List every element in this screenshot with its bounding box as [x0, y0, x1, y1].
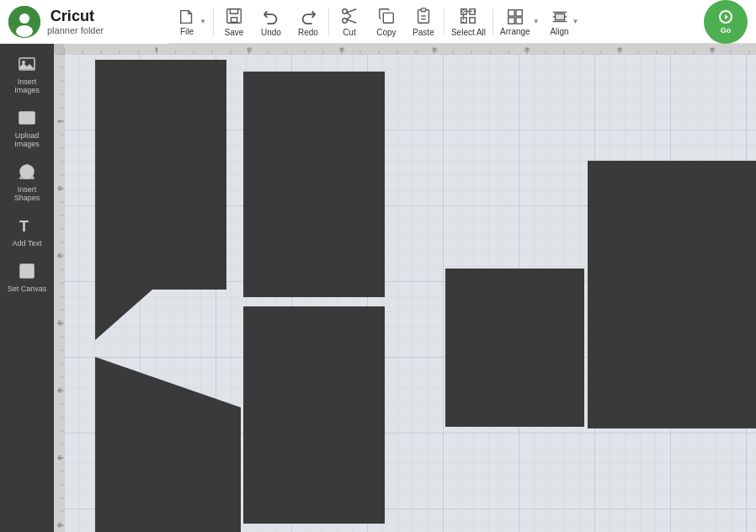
undo-icon — [261, 6, 281, 26]
sep3 — [444, 8, 445, 35]
svg-rect-5 — [231, 18, 237, 23]
canvas-area[interactable]: 510152025303540 5101520253035 — [54, 44, 756, 532]
svg-rect-37 — [64, 44, 756, 54]
svg-text:10: 10 — [57, 185, 62, 191]
sep1 — [213, 8, 214, 35]
arrange-dropdown-arrow: ▼ — [533, 18, 540, 25]
brand-area: Cricut planner folder — [0, 0, 168, 44]
canvas-content[interactable] — [64, 54, 756, 532]
svg-line-10 — [347, 13, 351, 16]
select-all-label: Select All — [451, 28, 486, 37]
svg-rect-13 — [421, 8, 426, 12]
svg-line-8 — [347, 9, 356, 13]
svg-rect-29 — [555, 13, 564, 19]
sidebar-item-add-text[interactable]: T Add Text — [2, 209, 52, 254]
grid-svg — [64, 54, 756, 532]
svg-rect-22 — [508, 10, 514, 16]
svg-rect-36 — [20, 264, 34, 278]
svg-rect-4 — [227, 9, 242, 24]
upload-images-icon — [17, 108, 37, 128]
svg-text:20: 20 — [432, 47, 438, 52]
project-name: planner folder — [47, 25, 104, 35]
redo-icon — [298, 6, 318, 26]
add-text-label: Add Text — [13, 239, 42, 247]
redo-label: Redo — [298, 28, 318, 37]
sidebar-item-insert-images[interactable]: Insert Images — [2, 47, 52, 101]
svg-text:35: 35 — [710, 47, 716, 52]
save-label: Save — [225, 28, 244, 37]
insert-images-icon — [17, 54, 37, 74]
file-button[interactable]: File ▼ — [172, 0, 211, 44]
arrange-button[interactable]: Arrange ▼ — [495, 0, 545, 44]
svg-text:20: 20 — [57, 320, 62, 326]
copy-label: Copy — [376, 28, 396, 37]
svg-text:30: 30 — [617, 47, 623, 52]
redo-button[interactable]: Redo — [290, 0, 327, 44]
arrange-icon — [505, 7, 525, 27]
main-area: Insert Images Upload Images Insert Shape… — [0, 44, 756, 532]
sidebar-item-insert-shapes[interactable]: Insert Shapes — [2, 155, 52, 209]
sep2 — [328, 8, 329, 35]
cricut-logo: Cricut planner folder — [47, 8, 114, 35]
toolbar: Cricut planner folder File ▼ — [0, 0, 756, 44]
cut-button[interactable]: Cut — [331, 0, 368, 44]
copy-icon — [376, 6, 397, 26]
go-button[interactable]: Go — [704, 0, 748, 44]
svg-text:10: 10 — [247, 47, 253, 52]
svg-line-9 — [347, 19, 356, 23]
paste-button[interactable]: Paste — [405, 0, 442, 44]
align-dropdown-arrow: ▼ — [572, 18, 579, 25]
select-all-icon — [458, 6, 478, 26]
svg-text:30: 30 — [57, 455, 62, 460]
ruler-top: 510152025303540 — [64, 44, 756, 54]
svg-rect-23 — [516, 10, 522, 16]
svg-text:15: 15 — [57, 253, 62, 258]
toolbar-actions: File ▼ Save Undo — [168, 0, 756, 44]
paste-label: Paste — [413, 28, 434, 37]
ruler-left-svg: 5101520253035 — [54, 54, 64, 532]
svg-rect-24 — [508, 18, 514, 24]
insert-images-label: Insert Images — [5, 77, 49, 94]
svg-text:35: 35 — [57, 522, 62, 528]
svg-rect-12 — [383, 13, 393, 23]
ruler-top-svg: 510152025303540 — [64, 44, 756, 54]
svg-point-2 — [16, 25, 33, 37]
save-button[interactable]: Save — [216, 0, 253, 44]
svg-text:Cricut: Cricut — [51, 8, 95, 24]
sidebar-item-set-canvas[interactable]: Set Canvas — [2, 254, 52, 300]
svg-point-1 — [19, 13, 29, 24]
svg-line-11 — [347, 16, 351, 19]
paste-icon — [413, 6, 434, 26]
svg-text:25: 25 — [57, 387, 62, 393]
add-text-icon: T — [17, 215, 37, 236]
user-avatar[interactable] — [8, 6, 40, 38]
align-icon — [550, 7, 570, 27]
go-icon — [717, 8, 734, 25]
svg-rect-132 — [64, 54, 756, 532]
insert-shapes-label: Insert Shapes — [5, 185, 49, 202]
sidebar-item-upload-images[interactable]: Upload Images — [2, 101, 52, 155]
svg-text:15: 15 — [339, 47, 345, 52]
svg-rect-19 — [470, 18, 475, 23]
align-label: Align — [550, 27, 568, 36]
copy-button[interactable]: Copy — [368, 0, 405, 44]
save-icon — [224, 6, 244, 26]
cricut-logo-svg: Cricut — [47, 8, 114, 24]
insert-shapes-icon — [17, 162, 37, 182]
ruler-left: 5101520253035 — [54, 54, 64, 532]
sep4 — [492, 8, 493, 35]
cut-icon — [339, 6, 359, 26]
sidebar: Insert Images Upload Images Insert Shape… — [0, 44, 54, 532]
undo-label: Undo — [261, 28, 281, 37]
file-icon — [177, 7, 197, 27]
file-label: File — [180, 27, 194, 36]
select-all-button[interactable]: Select All — [446, 0, 491, 44]
upload-images-label: Upload Images — [5, 131, 49, 148]
align-button[interactable]: Align ▼ — [545, 0, 584, 44]
cut-label: Cut — [343, 28, 356, 37]
go-btn-content: Go — [717, 8, 734, 35]
svg-point-33 — [20, 165, 34, 178]
undo-button[interactable]: Undo — [253, 0, 290, 44]
arrange-label: Arrange — [500, 27, 530, 36]
go-label: Go — [721, 26, 732, 35]
